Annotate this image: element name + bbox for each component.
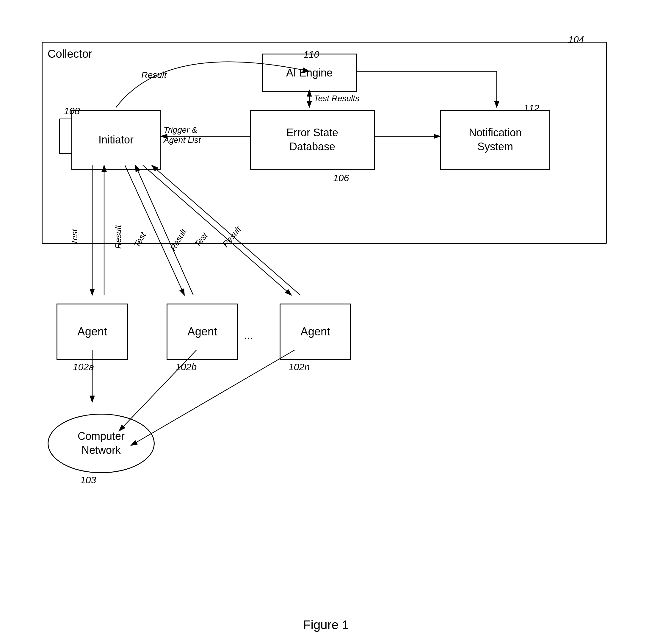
agent-n-label: Agent xyxy=(300,325,330,339)
ref-110: 110 xyxy=(303,49,319,60)
trigger-agent-label: Trigger &Agent List xyxy=(164,125,201,145)
error-state-box: Error State Database xyxy=(250,110,375,170)
ref-108: 108 xyxy=(64,106,80,117)
ref-103: 103 xyxy=(80,475,96,486)
test-label-a: Test xyxy=(70,229,79,244)
error-state-label: Error State Database xyxy=(287,126,338,154)
ref-104: 104 xyxy=(568,34,584,45)
initiator-box: Initiator xyxy=(72,110,161,170)
network-ellipse: Computer Network xyxy=(48,414,155,473)
agent-n-box: Agent xyxy=(280,304,351,360)
agent-b-label: Agent xyxy=(187,325,217,339)
dots-label: ... xyxy=(244,329,253,342)
ai-engine-label: AI Engine xyxy=(286,66,332,80)
network-label: Computer Network xyxy=(78,430,125,457)
agent-a-label: Agent xyxy=(77,325,107,339)
initiator-label: Initiator xyxy=(99,133,134,147)
ref-102a: 102a xyxy=(73,362,94,372)
notification-label: Notification System xyxy=(469,126,522,154)
diagram-container: Collector 104 AI Engine 110 Error State … xyxy=(18,18,634,614)
result-label-a: Result xyxy=(114,225,123,249)
agent-a-box: Agent xyxy=(56,304,128,360)
notification-box: Notification System xyxy=(440,110,550,170)
figure-label: Figure 1 xyxy=(303,618,349,632)
svg-line-16 xyxy=(131,350,295,445)
ref-102n: 102n xyxy=(289,362,310,372)
collector-label: Collector xyxy=(48,48,92,60)
arrow-result-top-label: Result xyxy=(141,70,167,80)
agent-b-box: Agent xyxy=(167,304,238,360)
ref-112: 112 xyxy=(523,103,539,114)
ref-106: 106 xyxy=(333,173,349,184)
test-results-label: Test Results xyxy=(314,94,359,103)
ref-102b: 102b xyxy=(175,362,197,372)
